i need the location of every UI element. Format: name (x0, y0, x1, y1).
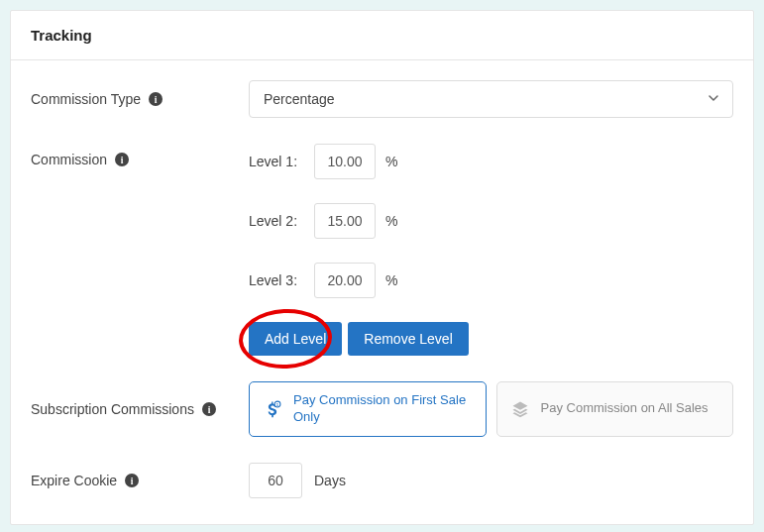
expire-cookie-row: Expire Cookie i Days (31, 463, 733, 498)
level-unit: % (385, 154, 397, 169)
commission-label-wrap: Commission i (31, 144, 249, 167)
level-row: Level 2: % (249, 203, 733, 239)
level-label: Level 2: (249, 213, 304, 229)
expire-cookie-unit: Days (314, 473, 346, 488)
level-label: Level 3: (249, 272, 304, 288)
info-icon[interactable]: i (202, 402, 216, 416)
svg-text:i: i (121, 155, 124, 165)
commission-type-select[interactable] (249, 80, 733, 118)
commission-type-control (249, 80, 733, 118)
level-input[interactable] (314, 263, 376, 298)
add-level-button[interactable]: Add Level (249, 322, 342, 356)
level-input[interactable] (314, 203, 376, 239)
expire-cookie-label-wrap: Expire Cookie i (31, 473, 249, 488)
panel-title: Tracking (11, 11, 753, 60)
info-icon[interactable]: i (149, 92, 163, 106)
panel-body: Commission Type i Commission i (11, 60, 753, 524)
level-label: Level 1: (249, 154, 304, 169)
svg-text:i: i (131, 475, 134, 485)
expire-cookie-label: Expire Cookie (31, 473, 117, 488)
level-row: Level 1: % (249, 144, 733, 179)
level-input[interactable] (314, 144, 376, 179)
level-row: Level 3: % (249, 263, 733, 298)
tracking-panel: Tracking Commission Type i (10, 10, 754, 525)
first-sale-label: Pay Commission on First Sale Only (293, 392, 474, 426)
subscription-row: Subscription Commissions i 1 Pay Commiss… (31, 381, 733, 437)
svg-text:i: i (155, 94, 158, 105)
all-sales-label: Pay Commission on All Sales (541, 400, 709, 417)
level-unit: % (385, 213, 397, 229)
svg-text:i: i (208, 403, 211, 414)
commission-control: Level 1: % Level 2: % Level 3: % Add Le (249, 144, 733, 356)
commission-type-select-wrap (249, 80, 733, 118)
subscription-options: 1 Pay Commission on First Sale Only Pay … (249, 381, 733, 437)
remove-level-button[interactable]: Remove Level (348, 322, 469, 356)
first-sale-option[interactable]: 1 Pay Commission on First Sale Only (249, 381, 487, 437)
expire-cookie-control: Days (249, 463, 733, 498)
info-icon[interactable]: i (125, 474, 139, 487)
expire-cookie-input[interactable] (249, 463, 302, 498)
commission-label: Commission (31, 152, 107, 167)
level-unit: % (385, 272, 397, 288)
commission-type-row: Commission Type i (31, 80, 733, 118)
info-icon[interactable]: i (115, 153, 129, 166)
subscription-label-wrap: Subscription Commissions i (31, 401, 249, 417)
level-buttons: Add Level Remove Level (249, 322, 733, 356)
layers-icon (509, 398, 531, 420)
commission-row: Commission i Level 1: % Level 2: % Lev (31, 144, 733, 356)
all-sales-option[interactable]: Pay Commission on All Sales (496, 381, 734, 437)
commission-type-label: Commission Type (31, 91, 141, 107)
subscription-control: 1 Pay Commission on First Sale Only Pay … (249, 381, 733, 437)
subscription-label: Subscription Commissions (31, 401, 194, 417)
commission-type-label-wrap: Commission Type i (31, 91, 249, 107)
dollar-icon: 1 (262, 398, 283, 420)
